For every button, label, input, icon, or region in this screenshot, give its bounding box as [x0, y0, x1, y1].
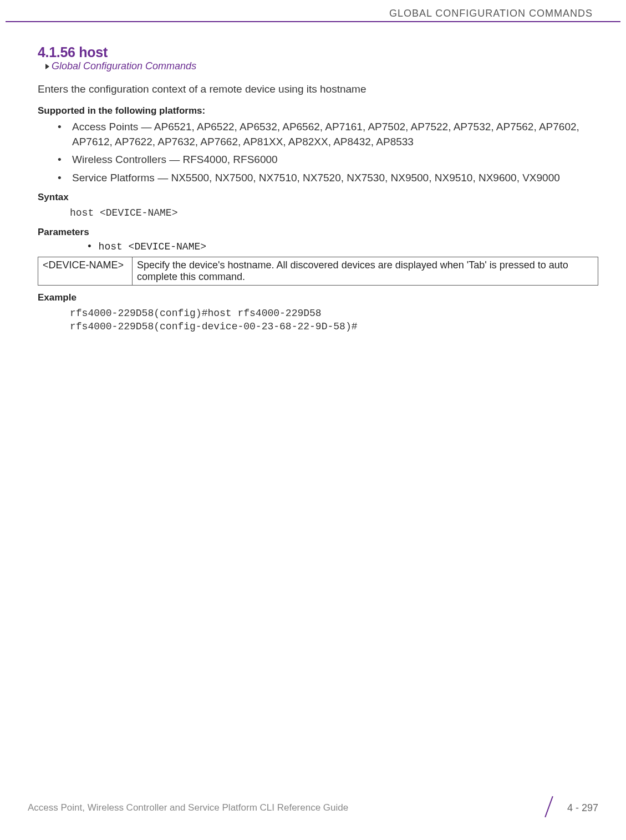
example-code: rfs4000-229D58(config)#host rfs4000-229D…: [70, 307, 598, 334]
syntax-code: host <DEVICE-NAME>: [70, 206, 598, 220]
page-footer: Access Point, Wireless Controller and Se…: [28, 798, 598, 818]
supported-list: Access Points — AP6521, AP6522, AP6532, …: [38, 120, 598, 185]
list-item: Service Platforms — NX5500, NX7500, NX75…: [58, 171, 598, 186]
slash-icon: [542, 798, 557, 818]
intro-paragraph: Enters the configuration context of a re…: [38, 83, 598, 95]
parameter-table: <DEVICE-NAME> Specify the device's hostn…: [38, 257, 598, 286]
list-item: Access Points — AP6521, AP6522, AP6532, …: [58, 120, 598, 149]
chevron-right-icon: [45, 64, 49, 69]
footer-page-number: 4 - 297: [567, 802, 598, 814]
footer-guide-title: Access Point, Wireless Controller and Se…: [28, 802, 348, 813]
breadcrumb: Global Configuration Commands: [45, 60, 598, 72]
table-row: <DEVICE-NAME> Specify the device's hostn…: [38, 257, 598, 285]
supported-heading: Supported in the following platforms:: [38, 105, 598, 116]
chapter-header: GLOBAL CONFIGURATION COMMANDS: [0, 8, 626, 19]
page-content: 4.1.56 host Global Configuration Command…: [38, 44, 598, 337]
breadcrumb-text: Global Configuration Commands: [52, 60, 196, 72]
header-rule: [6, 21, 620, 22]
list-item: Wireless Controllers — RFS4000, RFS6000: [58, 152, 598, 167]
parameter-line: • host <DEVICE-NAME>: [86, 241, 598, 252]
param-desc-cell: Specify the device's hostname. All disco…: [133, 257, 598, 285]
param-name-cell: <DEVICE-NAME>: [38, 257, 133, 285]
parameters-heading: Parameters: [38, 227, 598, 238]
example-heading: Example: [38, 292, 598, 303]
syntax-heading: Syntax: [38, 192, 598, 203]
footer-page-wrap: 4 - 297: [542, 798, 598, 818]
section-heading: 4.1.56 host: [38, 44, 598, 60]
